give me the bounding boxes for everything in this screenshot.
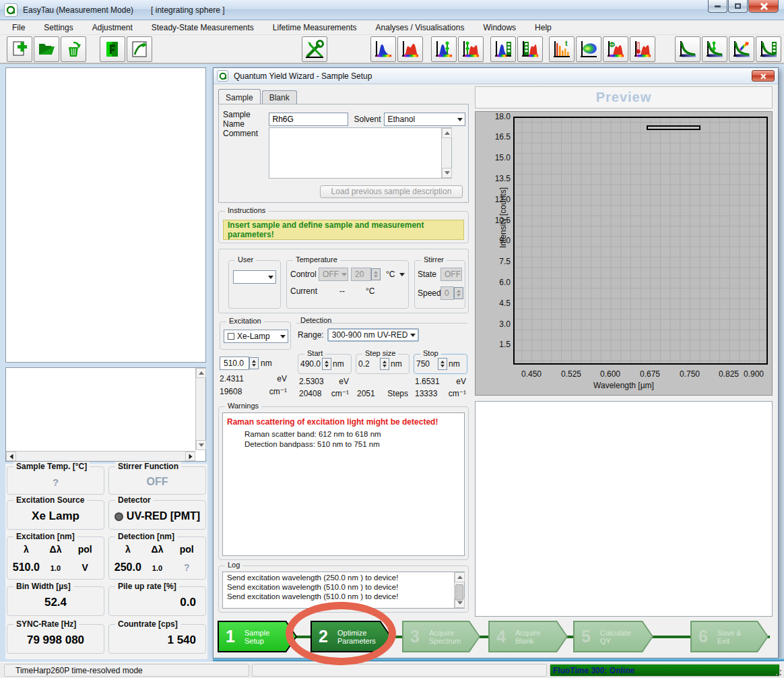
user-select[interactable] — [233, 270, 276, 284]
detection-lambda-value: 250.0 — [113, 561, 143, 574]
spectrum-blue-button[interactable] — [370, 36, 396, 62]
menu-windows[interactable]: Windows — [476, 22, 523, 34]
sample-name-input[interactable] — [269, 113, 348, 126]
start-spinner[interactable] — [322, 358, 331, 370]
log-line: Send excitation wavelength (250.0 nm ) t… — [223, 572, 464, 582]
spectrum-red-series-button[interactable] — [517, 36, 543, 62]
decay-rainbow-button[interactable] — [729, 36, 754, 62]
sync-rate-value: 79 998 080 — [7, 634, 104, 647]
menu-steady-state[interactable]: Steady-State Measurements — [145, 22, 261, 34]
scroll-down-icon[interactable] — [196, 440, 206, 450]
scroll-right-icon[interactable] — [185, 452, 195, 461]
decay-curve-button[interactable] — [675, 36, 700, 62]
maximize-button[interactable] — [728, 0, 748, 13]
dialog-title-bar: Quantum Yield Wizard - Sample Setup — [214, 68, 778, 84]
device-mode-text: TimeHarp260P time-resolved mode — [15, 666, 143, 675]
step-label: Sample — [244, 629, 269, 637]
dropdown-arrow-icon — [410, 334, 416, 337]
quantum-yield-spectrum-button[interactable]: Φ — [603, 36, 628, 62]
temperature-spectrum-button[interactable] — [630, 36, 655, 62]
scroll-up-icon[interactable] — [196, 368, 206, 378]
stirrer-speed-spinner[interactable] — [454, 287, 463, 299]
comment-scrollbar[interactable] — [441, 128, 451, 178]
warnings-group: Warnings Raman scattering of excitation … — [218, 406, 469, 560]
new-measurement-button[interactable] — [7, 36, 32, 62]
log-line: Send excitation wavelength (510.0 nm ) t… — [223, 591, 464, 600]
log-scrollbar[interactable] — [454, 572, 464, 608]
decay-series-button[interactable] — [756, 36, 781, 62]
detail-vscrollbar[interactable] — [195, 368, 205, 450]
y-tick: 3.0 — [480, 319, 511, 329]
scroll-left-icon[interactable] — [6, 452, 16, 461]
range-select[interactable]: 300-900 nm UV-RED — [327, 328, 419, 342]
step-label: Exit — [717, 637, 729, 645]
menu-analyses[interactable]: Analyses / Visualisations — [369, 22, 471, 34]
y-tick: 7.5 — [480, 257, 511, 266]
stirrer-speed-field[interactable]: 0 — [440, 286, 454, 300]
temp-unit-select[interactable]: °C — [383, 268, 407, 281]
excitation-wavelength-spinner[interactable] — [249, 357, 259, 369]
pol-header: pol — [172, 544, 201, 555]
menu-lifetime[interactable]: Lifetime Measurements — [266, 22, 364, 34]
spectrum-red-cursor-button[interactable] — [458, 36, 484, 62]
quantum-yield-wizard-dialog: Quantum Yield Wizard - Sample Setup Samp… — [213, 67, 779, 658]
spectrum-red-button[interactable] — [397, 36, 423, 62]
menu-adjustment[interactable]: Adjustment — [86, 22, 139, 34]
spectrum-blue-series-button[interactable] — [490, 36, 516, 62]
pile-up-box: Pile up rate [%] 0.0 — [108, 586, 206, 616]
open-file-button[interactable] — [34, 36, 59, 62]
load-previous-sample-button[interactable]: Load previous sample description — [320, 185, 463, 198]
step-6-save-exit[interactable]: 6 Save &Exit — [690, 621, 769, 652]
comment-textarea[interactable] — [269, 127, 452, 179]
decay-rainbow-icon — [732, 40, 751, 59]
excitation-source-select[interactable]: Xe-Lamp — [224, 330, 288, 343]
step-value: 0.2 — [358, 359, 380, 369]
nm-unit: nm — [261, 359, 272, 368]
excitation-wavelength-field[interactable]: 510.0 — [220, 357, 249, 370]
start-wavenumber-value: 20408 — [299, 389, 321, 398]
solvent-select[interactable]: Ethanol — [384, 113, 466, 126]
tab-sample[interactable]: Sample — [218, 89, 261, 105]
step-3-acquire-spectrum[interactable]: 3 AcquireSpectrum — [402, 621, 480, 652]
scroll-up-icon[interactable] — [455, 572, 465, 582]
time-histogram-button[interactable]: t — [549, 36, 575, 62]
step-4-acquire-blank[interactable]: 4 AcquireBlank — [488, 621, 568, 652]
step-spinner[interactable] — [380, 358, 389, 370]
xe-lamp-checkbox[interactable] — [228, 333, 234, 340]
temp-setpoint-field[interactable]: 20 — [351, 268, 371, 281]
window-inner-edge — [213, 658, 784, 661]
adjust-curve-button[interactable] — [127, 36, 152, 62]
batch-mode-button[interactable] — [100, 36, 125, 62]
scroll-down-icon[interactable] — [442, 168, 452, 178]
dialog-close-button[interactable] — [752, 70, 775, 82]
temp-setpoint-spinner[interactable] — [371, 268, 381, 280]
delete-button[interactable] — [61, 36, 86, 62]
menu-help[interactable]: Help — [528, 22, 558, 34]
temp-unit-value: °C — [386, 270, 395, 279]
stirrer-state-select[interactable]: OFF — [440, 268, 462, 281]
countrate-value: 1 540 — [109, 634, 205, 647]
decay-cursor-button[interactable] — [702, 36, 727, 62]
maximize-icon — [735, 3, 741, 9]
close-button[interactable] — [748, 0, 779, 13]
wavenumber-unit: cm⁻¹ — [331, 389, 349, 398]
stop-wavenumber-value: 13333 — [415, 389, 437, 398]
excitation-delta-value: 1.0 — [41, 564, 71, 572]
contour-plot-button[interactable] — [576, 36, 601, 62]
temp-control-select[interactable]: OFF — [319, 268, 348, 281]
menu-settings[interactable]: Settings — [37, 22, 79, 34]
step-5-calculate-qy[interactable]: 5 CalculateQY — [573, 621, 653, 652]
close-icon — [760, 2, 768, 10]
y-tick: 16.5 — [480, 132, 511, 142]
detail-hscrollbar[interactable] — [6, 451, 195, 461]
spectrum-blue-cursor-button[interactable] — [431, 36, 457, 62]
minimize-button[interactable] — [708, 0, 727, 13]
stop-spinner[interactable] — [438, 358, 447, 370]
menu-file[interactable]: File — [5, 22, 32, 34]
scroll-up-icon[interactable] — [442, 128, 452, 138]
resize-grip[interactable] — [773, 667, 783, 677]
hardware-settings-button[interactable] — [302, 36, 327, 62]
environment-group: User Temperature Control OFF 20 °C Curre… — [218, 249, 469, 313]
scroll-thumb[interactable] — [455, 584, 463, 600]
step-1-sample-setup[interactable]: 1 SampleSetup — [218, 621, 297, 652]
